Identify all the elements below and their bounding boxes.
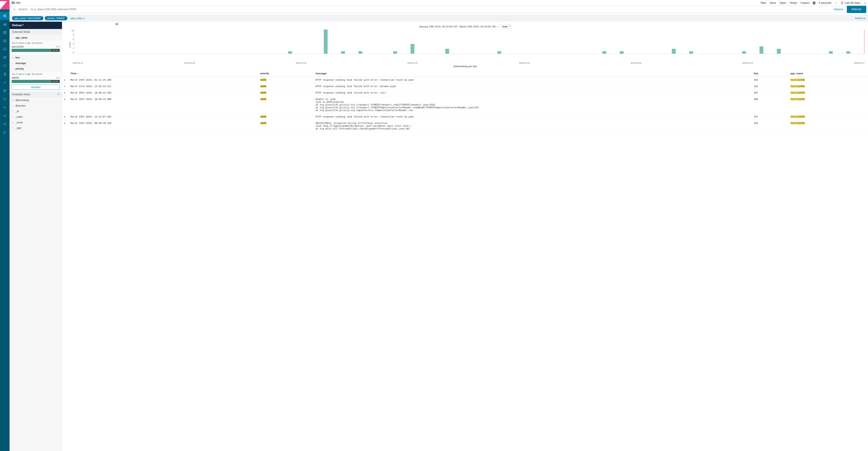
histogram-bar[interactable] <box>777 49 781 54</box>
zoom-out-icon[interactable]: ⊖ <box>58 77 60 79</box>
share-button[interactable]: Share <box>790 1 797 4</box>
expand-row-icon[interactable]: ▸ <box>62 114 68 120</box>
field-type-icon: # <box>12 121 14 124</box>
zoom-in-icon[interactable]: ⊕ <box>56 77 58 79</box>
col-app-name[interactable]: app_name <box>788 70 868 77</box>
histogram-bar[interactable] <box>359 51 362 54</box>
cell-time: March 19th 2019, 15:13:07.482 <box>68 114 258 120</box>
col-line[interactable]: line <box>752 70 788 77</box>
histogram-bar[interactable] <box>829 51 833 54</box>
col-message[interactable]: message <box>313 70 752 77</box>
search-options[interactable]: Options <box>834 8 843 11</box>
search-input[interactable] <box>19 8 832 11</box>
search-box[interactable]: >_ Options <box>11 6 845 13</box>
col-priority[interactable]: priority <box>258 70 313 77</box>
expand-row-icon[interactable]: ▸ <box>62 90 68 96</box>
field-item[interactable]: ◷@timestamp <box>9 97 62 103</box>
svg-point-25 <box>4 115 5 116</box>
nav-discover[interactable] <box>0 12 9 20</box>
svg-rect-6 <box>5 31 6 32</box>
histogram-bar[interactable] <box>620 51 624 54</box>
index-pattern-selector[interactable]: filebeat-* <box>9 22 62 29</box>
histogram-bar[interactable] <box>846 51 850 54</box>
filter-actions[interactable]: Actions ▸ <box>855 17 866 20</box>
field-item[interactable]: #line <box>9 55 62 60</box>
filter-pill[interactable]: app_name: "test123450" <box>12 16 43 20</box>
interval-select[interactable]: Auto <box>500 24 511 29</box>
gear-icon[interactable] <box>57 93 60 96</box>
field-item[interactable]: tapp_name <box>9 35 62 40</box>
inspect-button[interactable]: Inspect <box>801 1 810 4</box>
histogram-bar[interactable] <box>445 49 449 54</box>
refresh-button[interactable]: Refresh <box>847 6 866 13</box>
zoom-out-icon[interactable]: ⊖ <box>58 46 60 48</box>
nav-ml[interactable] <box>0 53 9 62</box>
table-row: ▸ March 19th 2019, 15:13:07.482 WARN HTT… <box>62 114 868 120</box>
filter-pill[interactable]: priority: "WARN" <box>45 16 67 20</box>
nav-timelion[interactable] <box>0 37 9 45</box>
field-type-icon: ◷ <box>12 99 14 101</box>
pause-icon[interactable] <box>813 2 815 4</box>
clock-icon <box>841 2 843 4</box>
nav-user[interactable] <box>0 120 9 128</box>
field-item[interactable]: t_id <box>9 109 62 114</box>
histogram-bar[interactable] <box>497 51 501 54</box>
time-next-icon[interactable]: › <box>864 1 866 5</box>
save-button[interactable]: Save <box>770 1 776 4</box>
nav-monitoring[interactable] <box>0 103 9 112</box>
time-range-picker[interactable]: Last 60 days <box>841 1 860 4</box>
zoom-in-icon[interactable]: ⊕ <box>56 46 58 48</box>
new-button[interactable]: New <box>761 1 766 4</box>
cell-line: 357 <box>752 114 788 120</box>
y-tick: 0 <box>73 51 74 54</box>
histogram-bar[interactable] <box>689 51 693 54</box>
field-item[interactable]: t@version <box>9 103 62 109</box>
field-item[interactable]: tpriority <box>9 66 62 71</box>
collapse-sidebar-icon[interactable]: ◀ <box>115 22 118 26</box>
histogram-bar[interactable] <box>410 44 414 54</box>
time-prev-icon[interactable]: ‹ <box>835 1 837 5</box>
field-detail: Top 5 values in 36 / 36 records test1234… <box>9 40 62 55</box>
nav-devtools[interactable] <box>0 95 9 103</box>
refresh-interval[interactable]: 5 seconds <box>819 1 831 4</box>
expand-row-icon[interactable]: ▸ <box>62 120 68 132</box>
field-item[interactable]: tmessage <box>9 60 62 66</box>
field-type-icon: t <box>12 36 14 39</box>
x-tick: 2019-02-24 <box>519 62 530 64</box>
visualize-button[interactable]: Visualize <box>12 85 60 90</box>
open-button[interactable]: Open <box>779 1 786 4</box>
nav-visualize[interactable] <box>0 20 9 28</box>
nav-logs[interactable] <box>0 70 9 78</box>
nav-canvas[interactable] <box>0 45 9 53</box>
cell-priority: WARN <box>258 114 313 120</box>
kibana-logo[interactable] <box>0 0 9 9</box>
expand-row-icon[interactable]: ▸ <box>62 96 68 114</box>
nav-dashboard[interactable] <box>0 28 9 37</box>
nav-graph[interactable] <box>0 87 9 95</box>
field-item[interactable]: t_index <box>9 114 62 120</box>
histogram-bar[interactable] <box>324 30 328 54</box>
field-item[interactable]: #_score <box>9 120 62 125</box>
cell-message: HTTP response sending task failed with e… <box>313 114 752 120</box>
histogram-bar[interactable] <box>288 51 292 54</box>
field-item[interactable]: t_type <box>9 125 62 131</box>
field-type-icon: t <box>12 115 14 118</box>
histogram-bar[interactable] <box>602 51 606 54</box>
expand-row-icon[interactable]: ▸ <box>62 83 68 90</box>
add-filter-button[interactable]: Add a filter + <box>70 17 85 20</box>
x-tick: 2019-03-17 <box>854 62 865 64</box>
histogram-bar[interactable] <box>742 51 746 54</box>
histogram-bar[interactable] <box>341 51 345 54</box>
nav-infra[interactable] <box>0 62 9 70</box>
histogram-bar[interactable] <box>393 51 397 54</box>
expand-row-icon[interactable]: ▸ <box>62 77 68 83</box>
nav-management[interactable] <box>0 112 9 120</box>
histogram-bar[interactable] <box>760 47 763 54</box>
histogram-bar[interactable] <box>672 49 676 54</box>
nav-apm[interactable] <box>0 78 9 87</box>
nav-logout[interactable] <box>0 128 9 137</box>
field-type-icon: t <box>12 110 14 113</box>
col-time[interactable]: Time▼ <box>68 70 258 77</box>
histogram-chart[interactable]: Count 1086420 <box>62 30 868 61</box>
cell-message: GRIZZLY0013: Exception during FilterChai… <box>313 120 752 132</box>
